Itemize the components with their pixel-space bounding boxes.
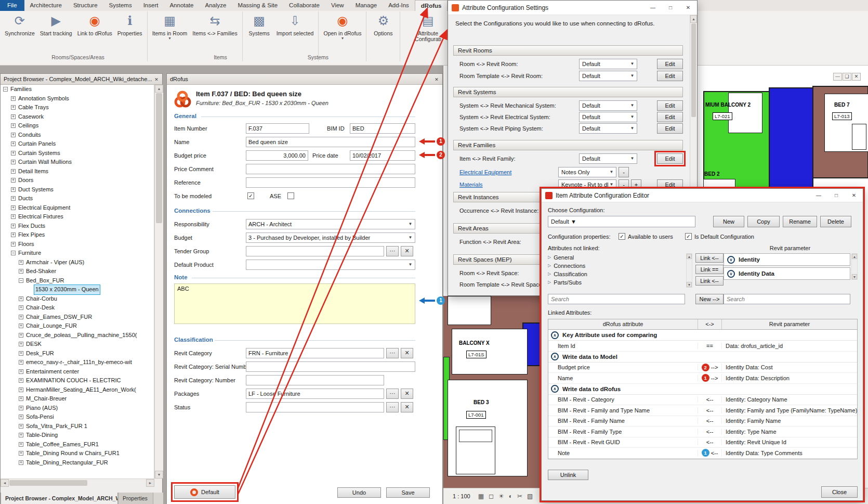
linked-attr-row-bim-revit-family-name[interactable]: BIM - Revit - Family Name<--Identity: Fa… [548, 416, 857, 427]
packages-clear-button[interactable]: ✕ [401, 389, 413, 399]
scroll-up-icon[interactable]: ▲ [155, 85, 163, 93]
search-revit-parameter-input[interactable] [724, 294, 850, 304]
new-button[interactable]: New [713, 216, 744, 227]
link-button-1[interactable]: Link == [695, 265, 724, 274]
expand-icon[interactable]: + [19, 415, 23, 419]
expand-icon[interactable]: + [11, 242, 16, 247]
scroll-down-icon[interactable]: ▼ [852, 274, 857, 279]
config-combo-system-revit-piping-system[interactable]: Default▼ [579, 123, 637, 134]
not-linked-item-connections[interactable]: ▷Connections [548, 262, 685, 270]
price-date-input[interactable]: 10/02/2017 [350, 150, 415, 161]
drofus-panel-title-bar[interactable]: dRofus ✕ [167, 74, 442, 85]
new-link-button[interactable]: New --> [695, 294, 724, 304]
expand-icon[interactable]: + [19, 305, 23, 310]
tender-group-input[interactable] [246, 246, 384, 256]
not-linked-item-parts-subs[interactable]: ▷Parts/Subs [548, 278, 685, 287]
ribbon-tab-architecture[interactable]: Architecture [24, 0, 68, 11]
config-edit-button-system-revit-mechanical-system[interactable]: Edit [657, 100, 683, 111]
scroll-up-icon[interactable]: ▲ [690, 15, 697, 23]
tree-item-sofa-vitra-park-fur-1[interactable]: +Sofa_Vitra_Park_FUR 1 [1, 422, 154, 431]
detail-level-icon[interactable]: ▦ [478, 493, 484, 500]
tree-item-chair-corbu[interactable]: +Chair-Corbu [1, 294, 154, 304]
linked-attr-row-item-id[interactable]: Item Id==Data: drofus_article_id [548, 341, 857, 352]
ribbon-tab-massing-site[interactable]: Massing & Site [232, 0, 283, 11]
ribbon-button-open-in-drofus[interactable]: ◉Open in dRofus▾ [321, 11, 364, 42]
tree-item-curtain-wall-mullions[interactable]: +Curtain Wall Mullions [1, 158, 154, 167]
chevron-up-circle-icon[interactable]: ∧ [551, 385, 559, 393]
to-be-modeled-checkbox[interactable]: ✓ [247, 192, 254, 199]
expand-icon[interactable]: + [11, 214, 16, 219]
tree-item-flex-pipes[interactable]: +Flex Pipes [1, 230, 154, 240]
not-linked-list-scrollbar[interactable]: ▲ ▼ [686, 253, 692, 288]
config-edit-button-item-revit-family[interactable]: Edit [657, 153, 683, 164]
tree-item-curtain-panels[interactable]: +Curtain Panels [1, 139, 154, 149]
room-tag-l7-001[interactable]: L7-001 [466, 411, 486, 419]
ribbon-button-link-to-drofus[interactable]: ◉Link to dRofus [75, 11, 115, 38]
expand-icon[interactable]: + [19, 424, 23, 429]
revit-category-clear-button[interactable]: ✕ [401, 348, 413, 358]
expand-icon[interactable]: + [11, 133, 16, 137]
visual-style-icon[interactable]: ◻ [489, 493, 494, 500]
minimize-icon[interactable]: — [810, 189, 827, 202]
linked-attr-row-bim-revit-category[interactable]: BIM - Revit - Category<--Identity: Categ… [548, 395, 857, 406]
sun-path-icon[interactable]: ☀ [498, 493, 504, 500]
room-tag-l7-013[interactable]: L7-013 [832, 112, 852, 120]
ribbon-tab-manage[interactable]: Manage [350, 0, 383, 11]
linked-attr-row-note[interactable]: Note1<--Identity Data: Type Comments [548, 448, 857, 459]
close-icon[interactable]: ✕ [152, 75, 161, 83]
tree-item-flex-ducts[interactable]: +Flex Ducts [1, 222, 154, 231]
ribbon-tab-structure[interactable]: Structure [68, 0, 103, 11]
config-combo-system-revit-mechanical-system[interactable]: Default▼ [579, 100, 637, 111]
reference-input[interactable] [246, 177, 415, 188]
delete-button[interactable]: Delete [820, 216, 851, 227]
status-input[interactable] [246, 402, 384, 412]
tender-group-browse-button[interactable]: ⋯ [386, 246, 399, 256]
packages-browse-button[interactable]: ⋯ [386, 389, 399, 399]
note-textarea[interactable]: ABC [174, 283, 415, 324]
expand-icon[interactable]: + [19, 324, 23, 328]
tree-item-chair-eames-dsw-fur[interactable]: +Chair_Eames_DSW_FUR [1, 313, 154, 322]
revit-category-browse-button[interactable]: ⋯ [386, 348, 399, 358]
tree-item-desk-fur[interactable]: +Desk_FUR [1, 349, 154, 358]
expand-icon[interactable]: + [19, 342, 23, 346]
tree-item-armchair-viper-aus[interactable]: +Armchair - Viper (AUS) [1, 258, 154, 267]
name-input[interactable]: Bed queen size [246, 137, 415, 147]
expand-icon[interactable]: + [19, 451, 23, 456]
linked-attr-row-bim-revit-family-type[interactable]: BIM - Revit - Family Type<--Identity: Ty… [548, 427, 857, 437]
ase-checkbox[interactable] [287, 192, 294, 199]
tree-item-sofa-pensi[interactable]: +Sofa-Pensi [1, 412, 154, 422]
config-edit-button-system-revit-piping-system[interactable]: Edit [657, 123, 683, 134]
scroll-up-icon[interactable]: ▲ [687, 254, 692, 259]
expand-icon[interactable]: + [11, 224, 16, 228]
config-edit-button-room-revit-room[interactable]: Edit [657, 59, 683, 69]
close-icon[interactable]: ✕ [845, 189, 863, 202]
rename-button[interactable]: Rename [783, 216, 817, 227]
scrollbar-thumb[interactable] [691, 23, 696, 117]
close-icon[interactable]: ✕ [679, 1, 697, 15]
tree-item-annotation-symbols[interactable]: +Annotation Symbols [1, 94, 154, 104]
save-button[interactable]: Save [386, 487, 430, 498]
collapse-icon[interactable]: − [11, 251, 16, 255]
expand-icon[interactable]: + [11, 96, 16, 101]
room-tag-l7-021[interactable]: L7-021 [713, 112, 732, 120]
expand-icon[interactable]: + [19, 460, 23, 465]
reveal-hidden-icon[interactable]: ▧ [527, 493, 533, 500]
ribbon-tab-collaborate[interactable]: Collaborate [283, 0, 325, 11]
price-comment-input[interactable] [246, 164, 415, 174]
tree-item-table-coffee-eames-fur1[interactable]: +Table_Coffee_Eames_FUR1 [1, 440, 154, 449]
tree-item-families[interactable]: −Families [1, 85, 154, 94]
revit-parameter-scrollbar[interactable]: ▲ ▼ [851, 253, 858, 280]
maximize-icon[interactable]: □ [827, 189, 845, 202]
expand-icon[interactable]: + [11, 151, 16, 156]
budget-price-input[interactable]: 3,000.00 [246, 150, 308, 161]
expand-icon[interactable]: + [11, 114, 16, 119]
ribbon-button-start-tracking[interactable]: ▶Start tracking [37, 11, 75, 38]
tree-item-desk[interactable]: +DESK [1, 340, 154, 349]
tree-item-doors[interactable]: +Doors [1, 176, 154, 185]
budget-select[interactable]: 3 - Purchased by Developer, installed by… [246, 232, 415, 243]
revit-category-input[interactable]: FRN - Furniture [246, 348, 384, 358]
config-edit-button-room-template-revit-room[interactable]: Edit [657, 71, 683, 81]
chevron-up-circle-icon[interactable]: ∧ [551, 331, 559, 339]
tree-item-curtain-systems[interactable]: +Curtain Systems [1, 149, 154, 158]
ribbon-tab-systems[interactable]: Systems [103, 0, 138, 11]
